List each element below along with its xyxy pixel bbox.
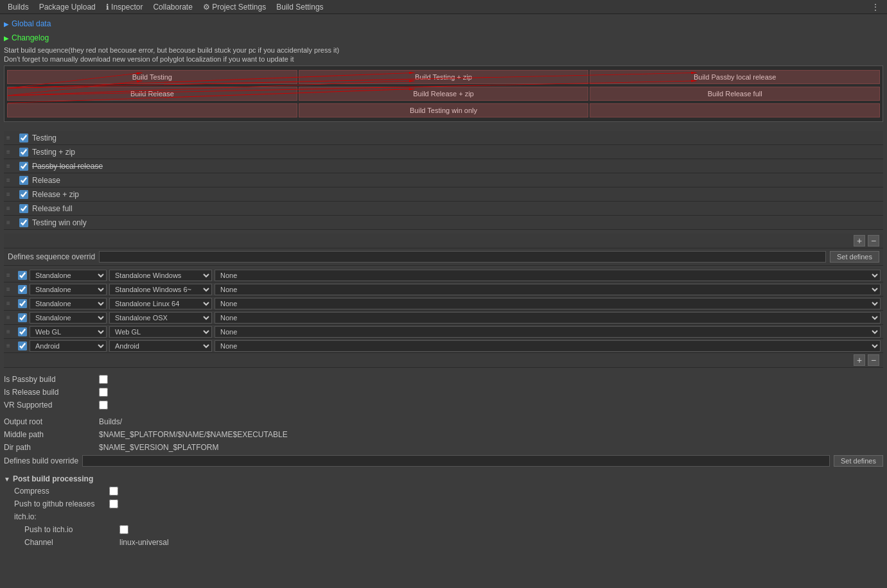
prop-row-github: Push to github releases [4, 497, 883, 510]
menu-builds[interactable]: Builds [3, 1, 34, 13]
btn-empty1[interactable] [7, 103, 297, 117]
set-defines-button[interactable]: Set defines [830, 251, 879, 263]
list-checkbox-passby[interactable] [19, 162, 28, 171]
list-checkbox-testing-win[interactable] [19, 218, 28, 227]
drag-handle[interactable]: ≡ [6, 177, 15, 184]
defines-input[interactable] [99, 251, 826, 263]
target-select[interactable]: Standalone Linux 64 [109, 298, 212, 309]
prop-checkbox-vr[interactable] [99, 401, 108, 410]
drag-handle[interactable]: ≡ [6, 219, 15, 226]
changelog-link[interactable]: ▶ Changelog [4, 32, 49, 44]
properties-section: Is Passby build Is Release build VR Supp… [4, 373, 883, 468]
target-select[interactable]: Android [109, 340, 212, 352]
prop-label-itchio: itch.io: [14, 512, 104, 521]
prop-checkbox-release[interactable] [99, 388, 108, 397]
list-checkbox-testing-zip[interactable] [19, 148, 28, 157]
menu-package-upload[interactable]: Package Upload [34, 1, 101, 13]
add-list-item-button[interactable]: + [854, 235, 865, 246]
set-defines2-button[interactable]: Set defines [834, 455, 883, 467]
menu-inspector[interactable]: ℹ Inspector [101, 1, 148, 13]
list-label-passby: Passby local release [32, 162, 103, 171]
list-item: ≡ Testing [4, 131, 883, 145]
platform-checkbox[interactable] [18, 327, 27, 336]
drag-handle[interactable]: ≡ [6, 342, 15, 349]
drag-handle[interactable]: ≡ [6, 134, 15, 141]
platform-select[interactable]: Standalone [30, 312, 107, 324]
prop-row-vr: VR Supported [4, 399, 883, 411]
btn-build-testing-win[interactable]: Build Testing win only [299, 103, 589, 117]
target-select[interactable]: Web GL [109, 326, 212, 338]
build-buttons-row2: Build Release Build Release + zip Build … [4, 85, 883, 102]
prop-label-output-root: Output root [4, 417, 94, 426]
menu-collaborate[interactable]: Collaborate [148, 1, 197, 13]
prop-value-middle-path: $NAME_$PLATFORM/$NAME/$NAME$EXECUTABLE [99, 430, 288, 439]
override-select[interactable]: None [215, 326, 881, 338]
platform-row: ≡ Standalone Standalone Windows 6~ None [4, 282, 883, 297]
platform-checkbox[interactable] [18, 285, 27, 294]
prop-label-github: Push to github releases [14, 499, 104, 508]
list-section-footer: + − [4, 234, 883, 248]
target-select[interactable]: Standalone Windows [109, 270, 212, 281]
drag-handle[interactable]: ≡ [6, 148, 15, 155]
list-item: ≡ Release full [4, 202, 883, 216]
btn-empty2[interactable] [590, 103, 880, 117]
prop-row-dir-path: Dir path $NAME_$VERSION_$PLATFORM [4, 441, 883, 454]
btn-build-release-zip[interactable]: Build Release + zip [299, 87, 589, 101]
drag-handle[interactable]: ≡ [6, 162, 15, 169]
btn-build-testing-zip[interactable]: Build Testing + zip [299, 70, 589, 84]
menu-project-settings[interactable]: ⚙ Project Settings [198, 1, 271, 13]
post-build-header[interactable]: ▼ Post build processing [4, 472, 883, 485]
override-select[interactable]: None [215, 340, 881, 352]
defines-build-override-input[interactable] [82, 455, 830, 467]
warning-text-1: Start build sequence(they red not becous… [4, 46, 883, 54]
platform-checkbox[interactable] [18, 271, 27, 280]
platform-select[interactable]: StandaloneWeb GLAndroid [30, 270, 107, 281]
list-checkbox-release-full[interactable] [19, 204, 28, 213]
override-select[interactable]: None [215, 284, 881, 295]
platform-checkbox[interactable] [18, 299, 27, 308]
prop-checkbox-github[interactable] [109, 499, 118, 508]
platform-checkbox[interactable] [18, 313, 27, 322]
platform-rows-container: ≡ StandaloneWeb GLAndroid Standalone Win… [4, 268, 883, 353]
defines-build-override-label: Defines build override [4, 456, 78, 465]
drag-handle[interactable]: ≡ [6, 314, 15, 321]
drag-handle[interactable]: ≡ [6, 328, 15, 335]
drag-handle[interactable]: ≡ [6, 300, 15, 307]
list-checkbox-testing[interactable] [19, 134, 28, 143]
btn-build-release-full[interactable]: Build Release full [590, 87, 880, 101]
prop-checkbox-compress[interactable] [109, 487, 118, 496]
drag-handle[interactable]: ≡ [6, 286, 15, 293]
prop-row-itchio-label: itch.io: [4, 510, 883, 523]
target-select[interactable]: Standalone OSX [109, 312, 212, 324]
remove-platform-button[interactable]: − [868, 354, 879, 366]
platform-select[interactable]: Standalone [30, 298, 107, 309]
target-select[interactable]: Standalone Windows 6~ [109, 284, 212, 295]
prop-label-compress: Compress [14, 487, 104, 496]
prop-checkbox-push-itchio[interactable] [119, 525, 128, 534]
drag-handle[interactable]: ≡ [6, 205, 15, 212]
override-select[interactable]: None [215, 298, 881, 309]
btn-build-testing[interactable]: Build Testing [7, 70, 297, 84]
platform-checkbox[interactable] [18, 342, 27, 350]
menu-build-settings[interactable]: Build Settings [271, 1, 328, 13]
platform-row: ≡ Android Android None [4, 339, 883, 353]
list-item: ≡ Passby local release [4, 159, 883, 173]
changelog-arrow: ▶ [4, 35, 9, 42]
add-platform-button[interactable]: + [854, 354, 865, 366]
platform-select[interactable]: Web GL [30, 326, 107, 338]
platform-select[interactable]: Standalone [30, 284, 107, 295]
list-section: ≡ Testing ≡ Testing + zip ≡ Passby local… [4, 131, 883, 230]
override-select[interactable]: None [215, 270, 881, 281]
global-data-link[interactable]: ▶ Global data [4, 18, 51, 30]
btn-build-passby-local[interactable]: Build Passby local release [590, 70, 880, 84]
remove-list-item-button[interactable]: − [868, 235, 879, 246]
prop-checkbox-passby[interactable] [99, 375, 108, 384]
btn-build-release[interactable]: Build Release [7, 87, 297, 101]
drag-handle[interactable]: ≡ [6, 272, 15, 279]
list-checkbox-release[interactable] [19, 176, 28, 185]
override-select[interactable]: None [215, 312, 881, 324]
drag-handle[interactable]: ≡ [6, 191, 15, 198]
list-checkbox-release-zip[interactable] [19, 190, 28, 199]
prop-row-passby: Is Passby build [4, 373, 883, 386]
platform-select[interactable]: Android [30, 340, 107, 352]
